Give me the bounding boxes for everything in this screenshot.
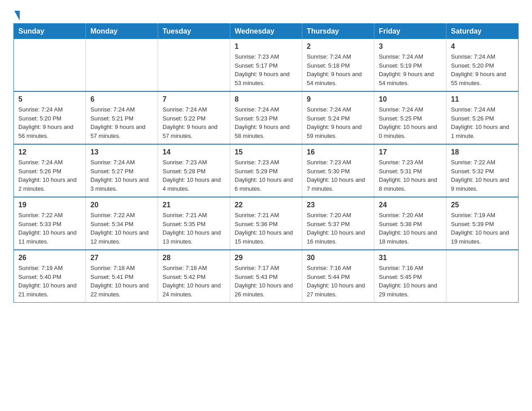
day-info: Sunrise: 7:24 AM Sunset: 5:20 PM Dayligh… — [451, 52, 514, 87]
day-number: 5 — [18, 95, 81, 103]
calendar-week-4: 19Sunrise: 7:22 AM Sunset: 5:33 PM Dayli… — [14, 197, 519, 250]
day-info: Sunrise: 7:18 AM Sunset: 5:42 PM Dayligh… — [163, 264, 225, 299]
day-info: Sunrise: 7:23 AM Sunset: 5:28 PM Dayligh… — [163, 158, 225, 193]
calendar-week-1: 1Sunrise: 7:23 AM Sunset: 5:17 PM Daylig… — [14, 39, 519, 91]
header-tuesday: Tuesday — [158, 24, 230, 39]
calendar-cell: 3Sunrise: 7:24 AM Sunset: 5:19 PM Daylig… — [374, 39, 446, 91]
day-number: 14 — [163, 148, 225, 156]
calendar-cell: 10Sunrise: 7:24 AM Sunset: 5:25 PM Dayli… — [374, 91, 446, 144]
calendar-cell: 7Sunrise: 7:24 AM Sunset: 5:22 PM Daylig… — [158, 91, 230, 144]
calendar-cell: 24Sunrise: 7:20 AM Sunset: 5:38 PM Dayli… — [374, 197, 446, 250]
day-info: Sunrise: 7:19 AM Sunset: 5:40 PM Dayligh… — [18, 264, 81, 299]
calendar-cell — [86, 39, 158, 91]
day-number: 27 — [90, 254, 153, 262]
calendar-cell: 4Sunrise: 7:24 AM Sunset: 5:20 PM Daylig… — [446, 39, 519, 91]
day-number: 13 — [90, 148, 153, 156]
header-saturday: Saturday — [446, 24, 519, 39]
day-info: Sunrise: 7:20 AM Sunset: 5:37 PM Dayligh… — [307, 211, 369, 246]
day-number: 21 — [163, 201, 225, 209]
day-info: Sunrise: 7:24 AM Sunset: 5:18 PM Dayligh… — [307, 52, 369, 87]
calendar-week-2: 5Sunrise: 7:24 AM Sunset: 5:20 PM Daylig… — [14, 91, 519, 144]
day-number: 2 — [307, 43, 369, 51]
header-sunday: Sunday — [14, 24, 86, 39]
day-info: Sunrise: 7:16 AM Sunset: 5:45 PM Dayligh… — [379, 264, 442, 299]
calendar-cell: 21Sunrise: 7:21 AM Sunset: 5:35 PM Dayli… — [158, 197, 230, 250]
calendar-header-row: SundayMondayTuesdayWednesdayThursdayFrid… — [14, 24, 519, 39]
calendar-cell: 11Sunrise: 7:24 AM Sunset: 5:26 PM Dayli… — [446, 91, 519, 144]
day-info: Sunrise: 7:19 AM Sunset: 5:39 PM Dayligh… — [451, 211, 514, 246]
day-number: 10 — [379, 95, 442, 103]
day-number: 25 — [451, 201, 514, 209]
day-info: Sunrise: 7:22 AM Sunset: 5:34 PM Dayligh… — [90, 211, 153, 246]
calendar-cell: 16Sunrise: 7:23 AM Sunset: 5:30 PM Dayli… — [302, 144, 374, 197]
day-number: 24 — [379, 201, 442, 209]
day-number: 4 — [451, 43, 514, 51]
calendar-cell: 17Sunrise: 7:23 AM Sunset: 5:31 PM Dayli… — [374, 144, 446, 197]
calendar-cell: 15Sunrise: 7:23 AM Sunset: 5:29 PM Dayli… — [230, 144, 302, 197]
calendar-cell: 27Sunrise: 7:18 AM Sunset: 5:41 PM Dayli… — [86, 250, 158, 303]
calendar-cell: 29Sunrise: 7:17 AM Sunset: 5:43 PM Dayli… — [230, 250, 302, 303]
day-info: Sunrise: 7:21 AM Sunset: 5:36 PM Dayligh… — [235, 211, 297, 246]
day-number: 19 — [18, 201, 81, 209]
day-info: Sunrise: 7:18 AM Sunset: 5:41 PM Dayligh… — [90, 264, 153, 299]
calendar-cell: 28Sunrise: 7:18 AM Sunset: 5:42 PM Dayli… — [158, 250, 230, 303]
day-number: 6 — [90, 95, 153, 103]
day-info: Sunrise: 7:24 AM Sunset: 5:20 PM Dayligh… — [18, 105, 81, 140]
day-number: 11 — [451, 95, 514, 103]
calendar-cell: 13Sunrise: 7:24 AM Sunset: 5:27 PM Dayli… — [86, 144, 158, 197]
calendar-cell: 30Sunrise: 7:16 AM Sunset: 5:44 PM Dayli… — [302, 250, 374, 303]
day-info: Sunrise: 7:24 AM Sunset: 5:26 PM Dayligh… — [451, 105, 514, 140]
day-number: 15 — [235, 148, 297, 156]
day-info: Sunrise: 7:24 AM Sunset: 5:19 PM Dayligh… — [379, 52, 442, 87]
calendar-cell: 12Sunrise: 7:24 AM Sunset: 5:26 PM Dayli… — [14, 144, 86, 197]
day-info: Sunrise: 7:21 AM Sunset: 5:35 PM Dayligh… — [163, 211, 225, 246]
calendar-cell: 14Sunrise: 7:23 AM Sunset: 5:28 PM Dayli… — [158, 144, 230, 197]
day-info: Sunrise: 7:17 AM Sunset: 5:43 PM Dayligh… — [235, 264, 297, 299]
calendar-cell: 20Sunrise: 7:22 AM Sunset: 5:34 PM Dayli… — [86, 197, 158, 250]
calendar-cell — [14, 39, 86, 91]
calendar-cell — [446, 250, 519, 303]
day-info: Sunrise: 7:24 AM Sunset: 5:23 PM Dayligh… — [235, 105, 297, 140]
header-monday: Monday — [86, 24, 158, 39]
day-number: 16 — [307, 148, 369, 156]
day-number: 20 — [90, 201, 153, 209]
day-info: Sunrise: 7:23 AM Sunset: 5:31 PM Dayligh… — [379, 158, 442, 193]
logo — [13, 9, 20, 19]
day-number: 17 — [379, 148, 442, 156]
day-info: Sunrise: 7:24 AM Sunset: 5:26 PM Dayligh… — [18, 158, 81, 193]
day-info: Sunrise: 7:24 AM Sunset: 5:27 PM Dayligh… — [90, 158, 153, 193]
calendar-cell: 19Sunrise: 7:22 AM Sunset: 5:33 PM Dayli… — [14, 197, 86, 250]
day-info: Sunrise: 7:24 AM Sunset: 5:21 PM Dayligh… — [90, 105, 153, 140]
day-info: Sunrise: 7:22 AM Sunset: 5:32 PM Dayligh… — [451, 158, 514, 193]
calendar-cell: 18Sunrise: 7:22 AM Sunset: 5:32 PM Dayli… — [446, 144, 519, 197]
calendar-cell: 22Sunrise: 7:21 AM Sunset: 5:36 PM Dayli… — [230, 197, 302, 250]
day-info: Sunrise: 7:23 AM Sunset: 5:17 PM Dayligh… — [235, 52, 297, 87]
day-info: Sunrise: 7:24 AM Sunset: 5:24 PM Dayligh… — [307, 105, 369, 140]
day-number: 1 — [235, 43, 297, 51]
day-info: Sunrise: 7:23 AM Sunset: 5:30 PM Dayligh… — [307, 158, 369, 193]
calendar-week-5: 26Sunrise: 7:19 AM Sunset: 5:40 PM Dayli… — [14, 250, 519, 303]
calendar-cell: 1Sunrise: 7:23 AM Sunset: 5:17 PM Daylig… — [230, 39, 302, 91]
calendar-cell — [158, 39, 230, 91]
calendar-table: SundayMondayTuesdayWednesdayThursdayFrid… — [13, 23, 519, 303]
day-number: 3 — [379, 43, 442, 51]
day-number: 18 — [451, 148, 514, 156]
day-number: 22 — [235, 201, 297, 209]
calendar-cell: 2Sunrise: 7:24 AM Sunset: 5:18 PM Daylig… — [302, 39, 374, 91]
day-info: Sunrise: 7:24 AM Sunset: 5:22 PM Dayligh… — [163, 105, 225, 140]
calendar-cell: 25Sunrise: 7:19 AM Sunset: 5:39 PM Dayli… — [446, 197, 519, 250]
calendar-week-3: 12Sunrise: 7:24 AM Sunset: 5:26 PM Dayli… — [14, 144, 519, 197]
logo-triangle-icon — [14, 11, 20, 21]
day-info: Sunrise: 7:20 AM Sunset: 5:38 PM Dayligh… — [379, 211, 442, 246]
day-number: 9 — [307, 95, 369, 103]
day-number: 7 — [163, 95, 225, 103]
calendar-cell: 5Sunrise: 7:24 AM Sunset: 5:20 PM Daylig… — [14, 91, 86, 144]
day-number: 23 — [307, 201, 369, 209]
header-friday: Friday — [374, 24, 446, 39]
calendar-cell: 31Sunrise: 7:16 AM Sunset: 5:45 PM Dayli… — [374, 250, 446, 303]
calendar-cell: 26Sunrise: 7:19 AM Sunset: 5:40 PM Dayli… — [14, 250, 86, 303]
header — [13, 9, 519, 19]
calendar-cell: 23Sunrise: 7:20 AM Sunset: 5:37 PM Dayli… — [302, 197, 374, 250]
day-info: Sunrise: 7:24 AM Sunset: 5:25 PM Dayligh… — [379, 105, 442, 140]
calendar-cell: 6Sunrise: 7:24 AM Sunset: 5:21 PM Daylig… — [86, 91, 158, 144]
